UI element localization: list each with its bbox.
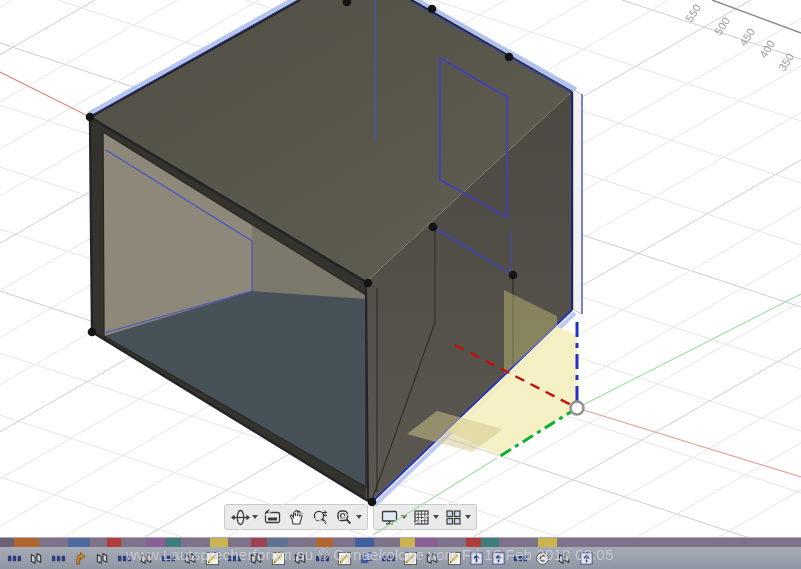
ruler-label: 550: [683, 2, 703, 24]
ruler-label: 450: [737, 26, 757, 48]
zoom-window-dropdown[interactable]: [356, 515, 362, 519]
taskbar-window-preview[interactable]: [90, 538, 108, 547]
taskbar-window-preview[interactable]: [14, 538, 39, 547]
highlighted-face[interactable]: [407, 290, 577, 455]
view-ruler: 550 500 450 400 350: [683, 0, 801, 73]
bird-taskbar-icon[interactable]: [28, 550, 45, 567]
display-settings-dropdown[interactable]: [401, 515, 407, 519]
orbit-button[interactable]: [228, 506, 252, 528]
model-interior-strip: [252, 224, 366, 300]
grid-settings-dropdown[interactable]: [433, 515, 439, 519]
viewports-button[interactable]: [441, 506, 465, 528]
taskbar-window-preview[interactable]: [39, 538, 68, 547]
work-plane-sliver[interactable]: [574, 90, 583, 314]
ruler-label: 400: [757, 38, 777, 60]
model-interior-wall[interactable]: [103, 132, 366, 487]
model-right-face[interactable]: [366, 92, 572, 502]
zoom-window-button[interactable]: [332, 506, 356, 528]
selected-edge[interactable]: [433, 227, 513, 275]
watermark-text: www.Lautsprecherforum.eu © Gynaekologe v…: [126, 546, 613, 563]
zoom-button[interactable]: [308, 506, 332, 528]
y-axis: [497, 408, 577, 458]
pan-button[interactable]: [284, 506, 308, 528]
ruler-label: 350: [776, 51, 796, 73]
application-window: 550 500 450 400 350: [0, 0, 801, 569]
x-axis-far: [0, 72, 90, 117]
model-interior-floor[interactable]: [104, 291, 366, 487]
panel-edges: [372, 230, 513, 501]
taskbar-window-preview[interactable]: [68, 538, 89, 547]
nav-group-navigate: [224, 504, 368, 530]
bird-taskbar-icon[interactable]: [94, 550, 111, 567]
interior-selected-edges: [104, 0, 375, 333]
look-at-button[interactable]: [260, 506, 284, 528]
taskbar-window-preview[interactable]: [0, 538, 14, 547]
dots-taskbar-icon[interactable]: [6, 550, 23, 567]
model-top-face[interactable]: [90, 0, 572, 282]
x-axis-through-body: [91, 122, 455, 344]
grid-settings-button[interactable]: [409, 506, 433, 528]
origin-handle[interactable]: [571, 402, 584, 415]
model-speaker-box[interactable]: [88, 0, 582, 505]
model-front-frame[interactable]: [90, 117, 366, 500]
arrow-taskbar-icon[interactable]: [72, 550, 89, 567]
viewport-3d[interactable]: 550 500 450 400 350: [0, 0, 801, 537]
selected-silhouette-edges: [88, 0, 576, 505]
sketch-rectangle[interactable]: [440, 58, 507, 217]
viewports-dropdown[interactable]: [465, 515, 471, 519]
origin-triad: [373, 294, 801, 535]
vertex-points[interactable]: [86, 0, 518, 506]
ruler-label: 500: [712, 15, 732, 37]
isometric-grid: [0, 0, 801, 537]
display-settings-button[interactable]: [377, 506, 401, 528]
orbit-dropdown[interactable]: [252, 515, 258, 519]
navigation-toolbar: [224, 504, 477, 530]
dots-taskbar-icon[interactable]: [50, 550, 67, 567]
x-axis: [455, 345, 577, 408]
nav-group-display: [373, 504, 477, 530]
taskbar-window-preview[interactable]: [107, 538, 121, 547]
